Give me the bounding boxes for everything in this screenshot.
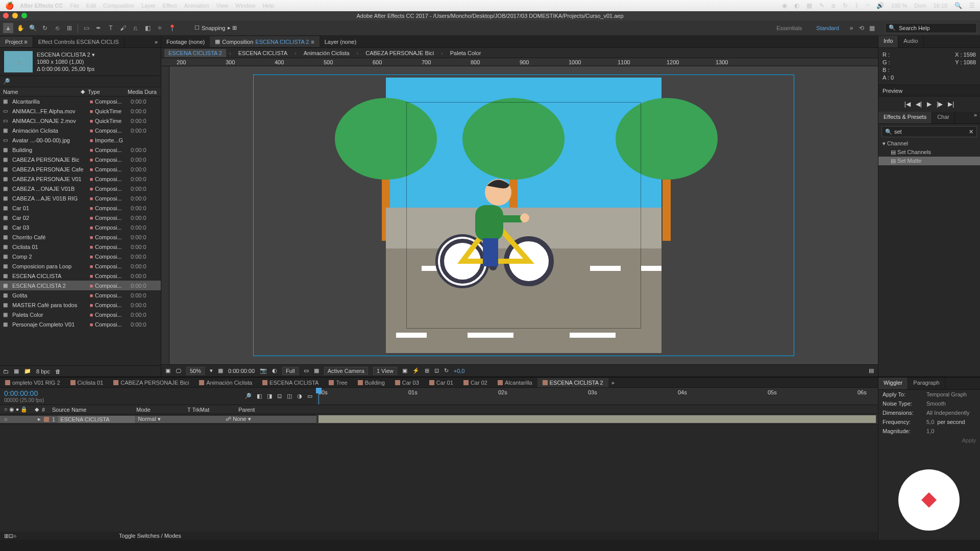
menu-effect[interactable]: Effect [163,3,177,9]
project-item[interactable]: ▦Car 03■Composi...0:00:0 [0,222,161,232]
panel-overflow-icon[interactable]: » [152,39,161,45]
exposure-value[interactable]: +0,0 [454,368,465,374]
pixel-aspect-icon[interactable]: ▣ [402,367,407,374]
tab-effects-presets[interactable]: Effects & Presets [878,112,932,123]
rect-tool[interactable]: ▭ [81,23,91,33]
timeline-layer-row[interactable]: ○ ▸ 1 ESCENA CICLISTA Normal ▾ ☍ None ▾ [0,414,878,424]
timeline-tab[interactable]: Car 02 [458,378,493,387]
timeline-tab[interactable]: Building [353,378,390,387]
comp-flow-icon[interactable]: ⊡ [434,367,439,374]
toggle-switches[interactable]: Toggle Switches / Modes [119,533,181,539]
preview-play-icon[interactable]: ▶ [927,101,932,108]
clear-search-icon[interactable]: ✕ [969,129,973,135]
project-item[interactable]: ▦Chorrito Café■Composi...0:00:0 [0,232,161,242]
project-item[interactable]: ▦CABEZA PERSONAJE V01■Composi...0:00:0 [0,174,161,184]
roto-tool[interactable]: ✧ [155,23,165,33]
effect-item[interactable]: ▾ Channel [878,139,980,148]
workspace-panel-icon[interactable]: ▦ [867,23,877,33]
tab-layer[interactable]: Layer (none) [320,37,361,47]
col-duration[interactable]: Media Dura [128,89,157,95]
project-item[interactable]: ▦Ciclista 01■Composi...0:00:0 [0,242,161,252]
effects-search-input[interactable]: 🔍 set ✕ [881,126,977,137]
col-type[interactable]: Type [88,89,128,95]
timeline-tab[interactable]: Tree [324,378,352,387]
timeline-tab[interactable]: Animación Ciclista [194,378,257,387]
effect-item[interactable]: ▤ Set Channels [878,148,980,157]
tl-opt1-icon[interactable]: ◧ [257,393,262,399]
interpret-footage-icon[interactable]: 🗀 [3,368,9,374]
camera-dropdown[interactable]: Active Camera [324,367,368,375]
project-item[interactable]: ▦Personaje Completo V01■Composi...0:00:0 [0,319,161,329]
snapping-checkbox[interactable]: ☐ [194,24,200,31]
timeline-playhead[interactable] [318,388,319,405]
app-name[interactable]: After Effects CC [20,3,63,9]
preview-last-icon[interactable]: ▶| [948,101,954,108]
zoom-tool[interactable]: 🔍 [28,23,38,33]
hand-tool[interactable]: ✋ [15,23,26,33]
status-search-icon[interactable]: 🔍 [954,2,962,9]
timeline-icon[interactable]: ⊞ [425,367,429,374]
layer-name[interactable]: ESCENA CICLISTA [58,416,135,423]
apple-icon[interactable]: 🍎 [5,2,14,10]
pen-tool[interactable]: ✒ [93,23,104,33]
project-item[interactable]: ▦CABEZA ...ONAJE V01B■Composi...0:00:0 [0,184,161,193]
type-tool[interactable]: T [106,23,116,33]
fast-preview-icon[interactable]: ⚡ [412,367,420,374]
snapping-opts-icon[interactable]: ▸ ⊞ [228,24,237,31]
timeline-tab[interactable]: Car 03 [390,378,424,387]
effect-item[interactable]: ▤ Set Matte [878,157,980,165]
ep-overflow-icon[interactable]: » [971,112,980,123]
window-zoom-button[interactable] [21,13,27,18]
mag-menu-icon[interactable]: ▾ [210,367,213,374]
timeline-tab[interactable]: ompleto V01 RIG 2 [0,378,65,387]
timeline-tab[interactable]: Ciclista 01 [65,378,109,387]
preview-panel-title[interactable]: Preview [878,85,980,96]
magnification-dropdown[interactable]: 50% [186,367,205,375]
layer-parent[interactable]: ☍ None ▾ [226,416,251,422]
wiggler-apply-button[interactable]: Apply [962,437,976,443]
project-item[interactable]: ▦Animación Ciclista■Composi...0:00:0 [0,126,161,135]
channel-icon[interactable]: ◐ [272,367,277,374]
layer-mode[interactable]: Normal ▾ [138,416,179,422]
menu-edit[interactable]: Edit [86,3,96,9]
brush-tool[interactable]: 🖌 [118,23,128,33]
always-preview-icon[interactable]: ▣ [165,367,170,374]
project-item[interactable]: ▦CABEZA PERSONAJE Bic■Composi...0:00:0 [0,155,161,164]
menu-composition[interactable]: Composition [103,3,134,9]
project-item[interactable]: ▦Alcantarilla■Composi...0:00:0 [0,96,161,106]
col-name[interactable]: Name [3,89,81,95]
tab-footage[interactable]: Footage (none) [161,37,210,47]
project-item[interactable]: ▭ANIMACI...FE Alpha.mov■QuickTime0:00:0 [0,106,161,116]
project-item[interactable]: ▭Avatar ...-00-00-00).jpg■Importe...G [0,135,161,145]
tab-project[interactable]: Project ≡ [0,37,33,47]
menu-view[interactable]: View [216,3,229,9]
timeline-search-input[interactable]: 🔎 [244,393,252,399]
effects-list[interactable]: ▾ Channel▤ Set Channels▤ Set Matte [878,139,980,165]
eraser-tool[interactable]: ◧ [142,23,153,33]
timeline-tab[interactable]: ESCENA CICLISTA 2 [537,378,608,387]
project-item[interactable]: ▦Car 01■Composi...0:00:0 [0,203,161,213]
project-list[interactable]: ▦Alcantarilla■Composi...0:00:0▭ANIMACI..… [0,96,161,365]
breadcrumb-item[interactable]: Animación Ciclista [300,49,354,57]
new-comp-icon[interactable]: ▦ [14,368,19,374]
status-menu-icon[interactable]: ☰ [969,2,975,9]
reset-exp-icon[interactable]: ↻ [444,367,449,374]
snapshot-icon[interactable]: 📷 [260,367,267,374]
tl-opt2-icon[interactable]: ◨ [267,393,272,399]
project-item[interactable]: ▦Car 02■Composi...0:00:0 [0,213,161,222]
tab-info[interactable]: Info [878,36,898,47]
project-search-input[interactable]: 🔎 [0,76,161,87]
puppet-tool[interactable]: 📍 [167,23,177,33]
project-item[interactable]: ▦Building■Composi...0:00:0 [0,145,161,155]
timeline-tab[interactable]: ESCENA CICLISTA [257,378,324,387]
project-item[interactable]: ▦Composicion para Loop■Composi...0:00:0 [0,261,161,271]
menu-layer[interactable]: Layer [141,3,156,9]
tab-wiggler[interactable]: Wiggler [878,378,908,389]
shy-icon[interactable]: ⊡ [277,393,282,399]
tab-audio[interactable]: Audio [898,36,923,47]
roi-icon[interactable]: ▭ [304,367,309,374]
rotate-tool[interactable]: ↻ [40,23,50,33]
workspace-overflow-icon[interactable]: » [846,23,856,33]
timeline-ruler[interactable]: 00s01s02s03s04s05s06s [316,388,878,398]
workspace-essentials[interactable]: Essentials [769,23,809,33]
